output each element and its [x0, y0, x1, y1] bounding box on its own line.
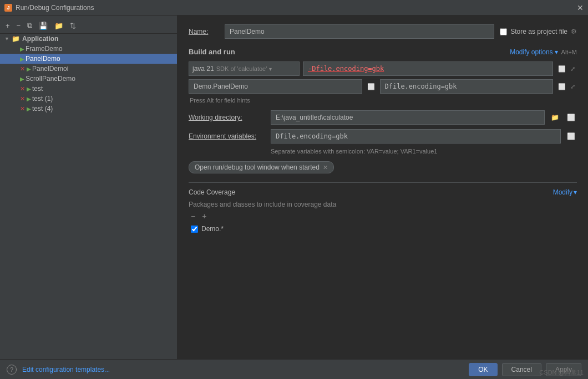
cancel-button[interactable]: Cancel [502, 363, 541, 376]
copy-button[interactable]: ⧉ [25, 20, 34, 31]
build-run-header: Build and run Modify options ▾ Alt+M [189, 48, 577, 56]
vm-options-expand-btn[interactable]: ⤢ [569, 65, 577, 73]
save-button[interactable]: 💾 [37, 21, 50, 31]
error-icon: ✕ [20, 95, 25, 103]
remove-button[interactable]: − [14, 21, 23, 31]
env-vars-expand-btn[interactable]: ⬜ [565, 132, 577, 140]
close-button[interactable]: ✕ [577, 3, 584, 12]
sdk-vm-row: java 21 SDK of 'calculatoe' ▾ ⬜ ⤢ [189, 62, 577, 76]
modify-coverage-button[interactable]: Modify ▾ [553, 188, 577, 196]
run-icon: ▶ [20, 46, 24, 52]
sidebar: + − ⧉ 💾 📁 ⇅ ▼ 📁 Application ▶ FrameDemo … [0, 16, 178, 359]
modify-options-label: Modify options [510, 48, 552, 56]
store-project-row: Store as project file ⚙ [500, 28, 577, 35]
params-list-btn[interactable]: ⬜ [556, 83, 567, 90]
tree-item-label: ScrollPaneDemo [26, 75, 75, 83]
run-icon: ▶ [27, 66, 31, 72]
vm-options-input[interactable] [303, 62, 553, 76]
main-class-input[interactable] [189, 79, 362, 94]
sidebar-item-scrollpanedemo[interactable]: ▶ ScrollPaneDemo [0, 74, 177, 84]
working-dir-label: Working directory: [189, 114, 266, 121]
tag-chip-label: Open run/debug tool window when started [195, 163, 320, 171]
run-icon: ▶ [20, 56, 24, 62]
coverage-section: Code Coverage Modify ▾ Packages and clas… [189, 182, 577, 234]
tag-chip: Open run/debug tool window when started … [189, 161, 334, 173]
run-icon: ▶ [20, 76, 24, 82]
ok-button[interactable]: OK [469, 363, 497, 376]
working-dir-expand-btn[interactable]: ⬜ [565, 114, 577, 121]
run-icon: ▶ [27, 106, 31, 112]
coverage-toolbar: − + [189, 212, 577, 221]
modify-coverage-chevron: ▾ [574, 188, 577, 196]
folder-button[interactable]: 📁 [52, 21, 65, 31]
coverage-title: Code Coverage [189, 188, 235, 196]
class-input-actions: ⬜ [366, 83, 377, 90]
sidebar-item-framedemo[interactable]: ▶ FrameDemo [0, 44, 177, 54]
sidebar-item-test4[interactable]: ✕ ▶ test (4) [0, 104, 177, 114]
tree-item-label: PanelDemo [26, 55, 60, 63]
name-input[interactable] [225, 24, 494, 39]
modify-options-button[interactable]: Modify options ▾ [510, 48, 557, 56]
tree-item-label: test (1) [32, 95, 53, 103]
store-project-checkbox[interactable] [500, 28, 507, 35]
expand-arrow: ▼ [4, 36, 11, 42]
coverage-remove-btn[interactable]: − [189, 212, 197, 221]
error-icon: ✕ [20, 85, 25, 93]
sidebar-toolbar: + − ⧉ 💾 📁 ⇅ [0, 18, 177, 34]
watermark: CSDN @阿常11 [539, 368, 584, 377]
dialog-title: Run/Debug Configurations [16, 4, 94, 12]
coverage-add-btn[interactable]: + [200, 212, 209, 221]
build-run-title: Build and run [189, 48, 235, 56]
class-params-row: ⬜ ⬜ ⤢ [189, 79, 577, 94]
main-container: + − ⧉ 💾 📁 ⇅ ▼ 📁 Application ▶ FrameDemo … [0, 16, 588, 359]
working-dir-row: Working directory: 📁 ⬜ [189, 110, 577, 125]
coverage-item-label: Demo.* [201, 225, 224, 233]
field-hints-text: Press Alt for field hints [189, 97, 577, 104]
bottom-bar: ? Edit configuration templates... OK Can… [0, 359, 588, 379]
modify-coverage-label: Modify [553, 188, 572, 196]
edit-templates-link[interactable]: Edit configuration templates... [22, 366, 110, 373]
modify-options-chevron: ▾ [555, 48, 558, 56]
title-bar-left: J Run/Debug Configurations [4, 4, 94, 12]
tree-root-label: Application [22, 35, 58, 43]
vm-options-list-btn[interactable]: ⬜ [556, 65, 567, 73]
name-row: Name: Store as project file ⚙ [189, 24, 577, 39]
sort-button[interactable]: ⇅ [68, 21, 78, 31]
app-icon: J [4, 4, 12, 12]
sdk-chevron: ▾ [269, 66, 272, 72]
tree-item-label: test (4) [32, 105, 53, 112]
folder-icon: 📁 [11, 35, 20, 43]
coverage-item-checkbox[interactable] [191, 226, 198, 233]
sidebar-item-paneldemoi[interactable]: ✕ ▶ PanelDemoi [0, 64, 177, 74]
error-icon: ✕ [20, 105, 25, 112]
error-icon: ✕ [20, 65, 25, 73]
gear-icon[interactable]: ⚙ [571, 28, 577, 35]
add-button[interactable]: + [3, 21, 12, 31]
sidebar-item-test1[interactable]: ✕ ▶ test (1) [0, 94, 177, 104]
title-bar: J Run/Debug Configurations ✕ [0, 0, 588, 16]
main-class-list-btn[interactable]: ⬜ [366, 83, 377, 90]
run-icon: ▶ [27, 86, 31, 92]
env-vars-input[interactable] [271, 129, 561, 144]
vm-input-actions: ⬜ ⤢ [556, 65, 577, 73]
shortcut-label: Alt+M [561, 49, 577, 55]
working-dir-input[interactable] [271, 110, 545, 125]
sdk-select[interactable]: java 21 SDK of 'calculatoe' ▾ [189, 62, 300, 76]
tree-item-label: test [32, 85, 43, 93]
help-button[interactable]: ? [7, 365, 17, 375]
params-expand-btn[interactable]: ⤢ [569, 83, 577, 90]
sidebar-item-test[interactable]: ✕ ▶ test [0, 84, 177, 94]
coverage-item[interactable]: Demo.* [189, 224, 577, 234]
tag-chip-close-btn[interactable]: ✕ [323, 164, 328, 171]
params-input-actions: ⬜ ⤢ [556, 83, 577, 90]
store-project-label: Store as project file [510, 28, 567, 35]
env-hint-text: Separate variables with semicolon: VAR=v… [271, 148, 577, 155]
sidebar-item-paneldemo[interactable]: ▶ PanelDemo [0, 54, 177, 64]
env-vars-label: Environment variables: [189, 132, 266, 140]
tree-item-label: PanelDemoi [32, 65, 68, 73]
coverage-header: Code Coverage Modify ▾ [189, 188, 577, 196]
working-dir-folder-btn[interactable]: 📁 [549, 114, 561, 121]
sdk-value: java 21 [192, 65, 214, 73]
program-params-input[interactable] [380, 79, 554, 94]
sidebar-item-application[interactable]: ▼ 📁 Application [0, 34, 177, 44]
